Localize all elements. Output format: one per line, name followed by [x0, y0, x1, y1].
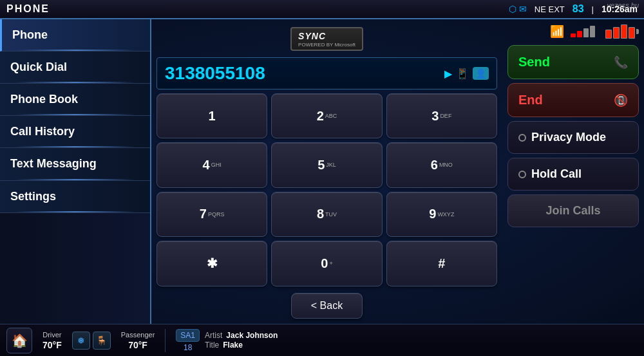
media-info: SA1 18 Artist Jack Johnson Title Flake — [176, 329, 638, 352]
main-content: Phone Quick Dial Phone Book Call History… — [0, 19, 644, 324]
sidebar-item-text-messaging[interactable]: Text Messaging — [0, 148, 150, 181]
signal-bar-1 — [571, 33, 576, 37]
privacy-mode-radio — [518, 134, 526, 142]
phone-number-display: 3138055108 — [165, 63, 439, 84]
artist-name: Jack Johnson — [226, 331, 278, 340]
divider — [165, 329, 166, 352]
antenna-icon: 📶 — [550, 24, 564, 39]
send-phone-icon: 📞 — [614, 55, 628, 70]
direction-display: NE EXT — [535, 5, 565, 14]
key-8[interactable]: 8TUV — [271, 192, 382, 237]
sync-brand: SYNC — [298, 31, 326, 41]
driver-climate: Driver 70°F — [43, 331, 62, 350]
artist-label: Artist — [205, 331, 222, 340]
phone-controls-icons: ▶ 📱 👤 — [444, 67, 489, 80]
passenger-label: Passenger — [121, 331, 155, 339]
sidebar-item-call-history[interactable]: Call History — [0, 116, 150, 148]
key-7[interactable]: 7PQRS — [156, 192, 267, 237]
back-btn-area: < Back — [156, 293, 497, 319]
sidebar-item-settings[interactable]: Settings — [0, 181, 150, 213]
sidebar-item-quick-dial[interactable]: Quick Dial — [0, 52, 150, 84]
signal-bar-2 — [577, 31, 582, 37]
privacy-mode-button[interactable]: Privacy Mode — [507, 121, 639, 154]
passenger-temp: 70°F — [128, 340, 147, 350]
phone-number-area: 3138055108 ▶ 📱 👤 — [156, 57, 497, 89]
title-label: Title — [205, 341, 219, 350]
title-name: Flake — [223, 341, 243, 350]
end-phone-icon: 📵 — [614, 93, 628, 108]
artist-row: Artist Jack Johnson — [205, 331, 278, 340]
track-number: 18 — [184, 343, 192, 352]
sidebar-item-phone-book[interactable]: Phone Book — [0, 84, 150, 116]
hold-call-button[interactable]: Hold Call — [507, 158, 639, 191]
join-calls-button[interactable]: Join Calls — [507, 194, 639, 227]
climate-controls: ❅ 🪑 — [72, 332, 111, 350]
right-panel: 📶 Send 📞 End — [502, 19, 644, 324]
passenger-climate: Passenger 70°F — [121, 331, 155, 350]
battery-indicator — [605, 24, 639, 39]
driver-temp: 70°F — [43, 340, 62, 350]
driver-label: Driver — [43, 331, 61, 339]
bluetooth-icon: ⬡ ✉ — [509, 4, 527, 14]
seat-heat-icon[interactable]: 🪑 — [93, 332, 111, 350]
send-label: Send — [518, 55, 550, 70]
key-4[interactable]: 4GHI — [156, 142, 267, 187]
signal-bar-3 — [583, 28, 589, 37]
sidebar-item-phone[interactable]: Phone — [0, 19, 150, 52]
status-icons: 📶 — [507, 24, 639, 39]
center-panel: SYNC POWERED BY Microsoft 3138055108 ▶ 📱… — [151, 19, 502, 324]
end-button[interactable]: End 📵 — [507, 83, 639, 117]
title-row: Title Flake — [205, 341, 278, 350]
key-1[interactable]: 1 — [156, 93, 267, 138]
bottom-bar: 🏠 Driver 70°F ❅ 🪑 Passenger 70°F SA1 18 … — [0, 324, 644, 356]
contact-icon[interactable]: 👤 — [473, 67, 489, 80]
key-5[interactable]: 5JKL — [271, 142, 382, 187]
signal-bars — [571, 26, 595, 37]
phone-title-bar: PHONE — [6, 3, 50, 15]
key-3[interactable]: 3DEF — [386, 93, 497, 138]
ext-number: 83 — [573, 3, 584, 15]
time-separator: | — [592, 5, 594, 14]
sync-powered: POWERED BY Microsoft — [298, 42, 355, 48]
sync-logo-area: SYNC POWERED BY Microsoft — [156, 24, 497, 53]
key-6[interactable]: 6MNO — [386, 142, 497, 187]
key-2[interactable]: 2ABC — [271, 93, 382, 138]
play-icon[interactable]: ▶ — [444, 68, 452, 80]
phone-type-icon: 📱 — [456, 68, 469, 80]
privacy-mode-label: Privacy Mode — [531, 131, 606, 144]
key-9[interactable]: 9WXYZ — [386, 192, 497, 237]
top-bar: PHONE ⬡ ✉ NE EXT 83 | 10:26am vezess.hu — [0, 0, 644, 19]
top-bar-left: PHONE — [6, 3, 50, 15]
signal-bar-4 — [590, 26, 595, 37]
send-button[interactable]: Send 📞 — [507, 45, 639, 79]
media-track-info: Artist Jack Johnson Title Flake — [205, 331, 278, 350]
fan-icon[interactable]: ❅ — [72, 332, 90, 350]
key-star[interactable]: ✱ — [156, 241, 267, 286]
sync-logo: SYNC POWERED BY Microsoft — [290, 27, 363, 51]
end-label: End — [518, 93, 543, 108]
home-button[interactable]: 🏠 — [6, 328, 32, 353]
watermark: vezess.hu — [607, 1, 639, 9]
back-button[interactable]: < Back — [291, 293, 363, 319]
hold-call-label: Hold Call — [531, 167, 582, 181]
key-hash[interactable]: # — [386, 241, 497, 286]
keypad: 1 2ABC 3DEF 4GHI 5JKL 6MNO 7PQRS 8TUV — [156, 93, 497, 286]
sa-badge: SA1 — [176, 329, 200, 342]
sidebar: Phone Quick Dial Phone Book Call History… — [0, 19, 151, 324]
hold-call-radio — [518, 171, 526, 178]
key-0[interactable]: 0+ — [271, 241, 382, 286]
